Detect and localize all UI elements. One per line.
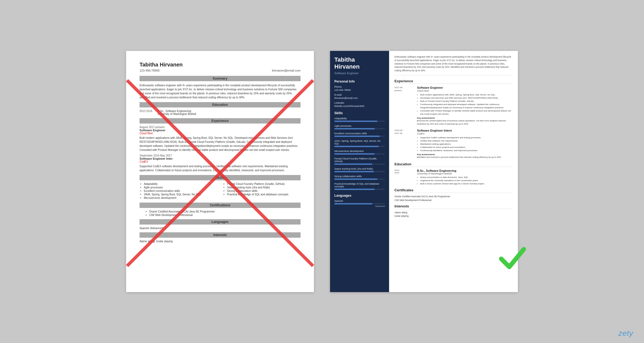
left-job2: September 2016 May 2017 Software Enginee…: [140, 154, 301, 172]
sidebar-name: TabithaHirvanen: [334, 56, 385, 70]
exp-bullet-0: Consulted with Product Manager to identi…: [417, 109, 513, 116]
exp-content-1: Software Engineer Intern CodEX Supported…: [417, 129, 513, 159]
left-edu-details: B.Sc., Software Engineering University o…: [158, 110, 196, 115]
education-entries: 2014 -2016 B.Sc., Software Engineering U…: [394, 169, 513, 185]
edu-entry-0: 2014 -2016 B.Sc., Software Engineering U…: [394, 169, 513, 185]
left-cert-1: Oracle Certified Associate (OCA) Java SE…: [149, 210, 301, 213]
edu-bullet-0: Heavy concentration in data structures, …: [417, 176, 513, 179]
skill-bar-row-7: Strong collaboration skills: [334, 175, 385, 180]
left-lang-text: Spanish (Advanced): [140, 227, 301, 230]
skill-bar-bg-0: [334, 121, 385, 122]
left-skill-9: Practical knowledge of SQL and database …: [227, 193, 301, 196]
exp-key-label-1: Key achievement:: [417, 153, 513, 156]
exp-entry-0: 2017-08 -present Software Engineer Cloud…: [394, 86, 513, 126]
exp-dates-1: 2016-09 -2017-05: [394, 129, 413, 159]
skill-bar-bg-8: [334, 189, 385, 190]
exp-company-1: CodEX: [417, 132, 513, 135]
lang-bar-fill-0: [334, 203, 372, 204]
skill-name-5: Pivotal Cloud Foundry Platform (Gradle, …: [334, 157, 385, 163]
exp-company-0: Cloud Nine: [417, 90, 513, 92]
page-container: Tabitha Hirvanen 123-456-78900 thirvanen…: [115, 40, 529, 303]
exp-title-1: Software Engineer Intern: [417, 129, 513, 132]
left-skill-1: Adaptability: [144, 182, 217, 185]
exp-key-text-0: Ensured the uninterrupted flow of busine…: [417, 119, 513, 126]
left-summary-header: Summary: [140, 76, 301, 81]
left-job2-desc: Supported CodEX software development and…: [140, 164, 301, 172]
sidebar-phone: 123-456-78900: [334, 89, 385, 91]
left-skill-3: Excellent communication skills: [144, 189, 217, 192]
experience-entries: 2017-08 -present Software Engineer Cloud…: [394, 86, 513, 159]
skill-bar-fill-1: [334, 128, 375, 129]
left-skills-grid: Adaptability Agile processes Excellent c…: [140, 182, 301, 200]
certificates-entries: Oracle Certified Associate (OCA) Java SE…: [394, 195, 513, 202]
interests-section-title: Interests: [394, 204, 513, 209]
edu-bullet-0: Built a mock customer service web app fo…: [417, 182, 513, 185]
exp-bullet-0: Continuously integrated and deployed dev…: [417, 103, 513, 109]
sidebar-email-label: E-mail: [334, 94, 385, 96]
skill-name-0: Adaptability: [334, 117, 385, 120]
skill-bar-bg-3: [334, 146, 385, 147]
lang-level-0: Advanced: [334, 205, 385, 207]
left-job1-desc: Built modern applications with JAVA, Spr…: [140, 136, 301, 152]
left-skill-5: Microservices development: [144, 196, 217, 199]
left-phone: 123-456-78900: [140, 69, 160, 72]
left-email: thirvanen@email.com: [272, 69, 301, 72]
skill-bar-bg-1: [334, 128, 385, 129]
skill-bar-fill-0: [334, 121, 377, 122]
left-skill-8: Strong collaboration skills: [227, 189, 301, 192]
left-resume: Tabitha Hirvanen 123-456-78900 thirvanen…: [126, 51, 314, 292]
interests-entries: Alpine skiingGuitar playing: [394, 211, 513, 217]
edu-content-0: B.Sc., Software Engineering University o…: [417, 169, 513, 185]
left-education-header: Education: [140, 102, 301, 107]
exp-bullet-1: Supported CodEX software development and…: [417, 136, 513, 139]
certificates-section-title: Certificates: [394, 188, 513, 193]
left-skill-2: Agile processes: [144, 186, 217, 189]
exp-title-0: Software Engineer: [417, 86, 513, 89]
left-cert-2: CIW Web Development Professional: [149, 214, 301, 217]
sidebar-skills-label: Skills: [334, 111, 385, 115]
lang-bar-bg-0: [334, 203, 385, 204]
edu-bullet-0: Organized the university hackathon in tw…: [417, 179, 513, 182]
left-job2-company: CodEX: [140, 160, 301, 163]
lang-bar-row-0: Spanish Advanced: [334, 200, 385, 207]
skill-bar-row-0: Adaptability: [334, 117, 385, 122]
exp-bullet-1: Continuously identified, measured, and i…: [417, 149, 513, 152]
skill-bar-bg-6: [334, 171, 385, 172]
skill-bar-bg-2: [334, 136, 385, 137]
sidebar-linkedin: linkedin.com/in/hirvanen600: [334, 105, 385, 107]
sidebar-personal-label: Personal Info: [334, 80, 385, 83]
right-intro: Enthusiastic software engineer with 4+ y…: [394, 55, 513, 75]
left-interests-header: Interests: [140, 232, 301, 238]
skill-name-6: Status tracking tools (Jira and Rally): [334, 167, 385, 170]
left-job1-title: Software Engineer: [140, 129, 301, 132]
skill-bar-row-8: Practical knowledge of SQL and database …: [334, 182, 385, 190]
skill-bar-fill-3: [334, 146, 379, 147]
skill-bar-fill-7: [334, 178, 377, 180]
sidebar-phone-label: Phone: [334, 85, 385, 88]
left-skills-header: Skills: [140, 175, 301, 180]
skill-bar-fill-8: [334, 189, 375, 190]
right-sidebar: TabithaHirvanen Software Engineer Person…: [330, 51, 389, 292]
skill-bar-row-5: Pivotal Cloud Foundry Platform (Gradle, …: [334, 157, 385, 165]
lang-name-0: Spanish: [334, 200, 385, 202]
cert-entry-0: Oracle Certified Associate (OCA) Java SE…: [394, 195, 513, 198]
left-certs: Oracle Certified Associate (OCA) Java SE…: [140, 210, 301, 217]
left-job1-company: Cloud Nine: [140, 132, 301, 135]
exp-bullet-1: Collaborated on future projects and inno…: [417, 146, 513, 149]
left-contact: 123-456-78900 thirvanen@email.com: [140, 69, 301, 72]
exp-bullet-1: Maintained existing applications.: [417, 143, 513, 146]
exp-content-0: Software Engineer Cloud Nine Built moder…: [417, 86, 513, 126]
skill-bar-fill-5: [334, 163, 372, 165]
sidebar-email: thirvanen@email.com: [334, 97, 385, 99]
skill-bar-bg-7: [334, 178, 385, 180]
left-edu-dates: 2013 2016: [140, 110, 152, 115]
skill-bar-row-3: JAVA, Spring, Spring Boot, SQL Server, N…: [334, 140, 385, 147]
left-cert-header: Certifications: [140, 203, 301, 208]
left-edu-degree: B.Sc., Software Engineering: [158, 110, 196, 113]
sidebar-linkedin-label: LinkedIn: [334, 102, 385, 104]
exp-bullet-0: Built on Pivotal Cloud Foundry Platform …: [417, 100, 513, 103]
skill-bar-row-6: Status tracking tools (Jira and Rally): [334, 167, 385, 172]
edu-school-0: University of Washington Bothell: [417, 172, 513, 175]
left-skill-6: Pivotal Cloud Foundry Platform (Gradle, …: [227, 182, 301, 185]
skill-bar-fill-4: [334, 153, 375, 155]
